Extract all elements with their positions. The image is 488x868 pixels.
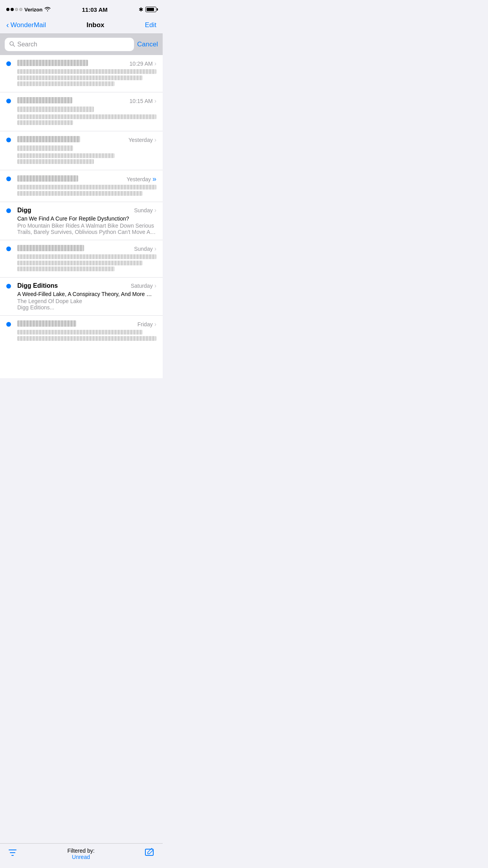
mail-header-6: Sunday › — [17, 245, 156, 253]
chevron-icon-3: › — [154, 136, 156, 143]
unread-dot-area-6 — [0, 245, 17, 272]
mail-content-4: Yesterday » — [17, 175, 156, 197]
mail-preview-redacted-1a — [17, 75, 143, 80]
mail-list: 10:29 AM › 10:15 AM › — [0, 55, 163, 378]
double-chevron-icon-4: » — [152, 175, 156, 183]
unread-dot-2 — [6, 99, 11, 103]
mail-sender-redacted-2 — [17, 97, 72, 103]
mail-subject-redacted-3 — [17, 145, 73, 151]
unread-dot-area-3 — [0, 136, 17, 165]
mail-preview-5: Pro Mountain Biker Rides A Walmart Bike … — [17, 223, 156, 235]
mail-date-1: 10:29 AM › — [130, 60, 156, 67]
mail-item-1[interactable]: 10:29 AM › — [0, 55, 163, 92]
mail-header-8: Friday › — [17, 320, 156, 328]
edit-button[interactable]: Edit — [145, 21, 156, 29]
mail-header-4: Yesterday » — [17, 175, 156, 183]
mail-preview-redacted-2a — [17, 114, 156, 119]
back-label: WonderMail — [11, 21, 46, 29]
mail-preview-redacted-8a — [17, 330, 143, 335]
unread-dot-6 — [6, 246, 11, 251]
mail-sender-5: Digg — [17, 207, 31, 214]
unread-dot-8 — [6, 322, 11, 327]
mail-preview-redacted-6c — [17, 267, 115, 271]
mail-item-7[interactable]: Digg Editions Saturday › A Weed-Filled L… — [0, 278, 163, 316]
signal-dot-1 — [6, 8, 9, 11]
unread-dot-area-7 — [0, 282, 17, 311]
mail-item-5[interactable]: Digg Sunday › Can We Find A Cure For Rep… — [0, 202, 163, 240]
mail-preview-redacted-3a — [17, 153, 115, 158]
mail-preview-redacted-1b — [17, 81, 115, 86]
search-field[interactable]: Search — [5, 38, 134, 51]
mail-item-3[interactable]: Yesterday › — [0, 131, 163, 170]
battery-fill — [147, 8, 154, 11]
bluetooth-icon: ✱ — [139, 6, 143, 13]
mail-content-5: Digg Sunday › Can We Find A Cure For Rep… — [17, 207, 156, 235]
mail-content-1: 10:29 AM › — [17, 60, 156, 87]
signal-dots — [6, 8, 22, 11]
search-icon — [9, 41, 15, 48]
unread-dot-7 — [6, 284, 11, 289]
signal-dot-2 — [11, 8, 14, 11]
mail-preview-redacted-6a — [17, 254, 156, 259]
chevron-icon-5: › — [154, 207, 156, 214]
mail-sender-redacted-4 — [17, 175, 78, 182]
status-time: 11:03 AM — [82, 6, 107, 13]
nav-bar: ‹ WonderMail Inbox Edit — [0, 17, 163, 34]
mail-item-8[interactable]: Friday › — [0, 316, 163, 347]
back-button[interactable]: ‹ WonderMail — [6, 20, 46, 29]
status-left: Verizon — [6, 7, 51, 13]
svg-line-1 — [13, 45, 15, 46]
unread-dot-area-1 — [0, 60, 17, 87]
mail-sender-redacted-6 — [17, 245, 84, 251]
mail-header-7: Digg Editions Saturday › — [17, 282, 156, 289]
mail-date-4: Yesterday » — [127, 175, 156, 183]
unread-dot-area-5 — [0, 207, 17, 235]
mail-preview-redacted-4a — [17, 185, 156, 189]
mail-content-2: 10:15 AM › — [17, 97, 156, 126]
mail-preview-redacted-3b — [17, 159, 94, 164]
mail-content-8: Friday › — [17, 320, 156, 342]
mail-header-2: 10:15 AM › — [17, 97, 156, 105]
mail-date-7: Saturday › — [131, 282, 156, 289]
chevron-icon-6: › — [154, 245, 156, 252]
mail-subject-5: Can We Find A Cure For Reptile Dysfuncti… — [17, 215, 156, 222]
status-right: ✱ — [139, 6, 156, 13]
mail-date-2: 10:15 AM › — [130, 97, 156, 105]
mail-subject-7: A Weed-Filled Lake, A Conspiracy Theory,… — [17, 291, 156, 297]
mail-header-5: Digg Sunday › — [17, 207, 156, 214]
mail-subject-redacted-1 — [17, 69, 156, 74]
mail-header-3: Yesterday › — [17, 136, 156, 144]
mail-sender-redacted-1 — [17, 60, 88, 66]
carrier-label: Verizon — [24, 7, 42, 13]
mail-item-4[interactable]: Yesterday » — [0, 170, 163, 202]
unread-dot-1 — [6, 61, 11, 66]
mail-preview-7: The Legend Of Dope Lake Digg Editions... — [17, 298, 156, 311]
unread-dot-3 — [6, 138, 11, 142]
mail-preview-redacted-2b — [17, 120, 73, 125]
mail-preview-redacted-8b — [17, 336, 156, 341]
search-container: Search Cancel — [0, 34, 163, 55]
mail-date-5: Sunday › — [134, 207, 156, 214]
status-bar: Verizon 11:03 AM ✱ — [0, 0, 163, 17]
unread-dot-area-4 — [0, 175, 17, 197]
signal-dot-4 — [19, 8, 22, 11]
signal-dot-3 — [15, 8, 18, 11]
mail-date-3: Yesterday › — [128, 136, 156, 143]
back-chevron-icon: ‹ — [6, 20, 9, 29]
mail-content-3: Yesterday › — [17, 136, 156, 165]
mail-preview-redacted-6b — [17, 261, 143, 265]
unread-dot-area-8 — [0, 320, 17, 342]
mail-content-7: Digg Editions Saturday › A Weed-Filled L… — [17, 282, 156, 311]
mail-sender-7: Digg Editions — [17, 282, 58, 289]
unread-dot-area-2 — [0, 97, 17, 126]
mail-sender-redacted-3 — [17, 136, 80, 142]
chevron-icon-2: › — [154, 97, 156, 105]
search-placeholder: Search — [17, 41, 37, 48]
mail-item-2[interactable]: 10:15 AM › — [0, 92, 163, 131]
mail-item-6[interactable]: Sunday › — [0, 240, 163, 278]
cancel-button[interactable]: Cancel — [137, 40, 158, 48]
unread-dot-5 — [6, 208, 11, 213]
wifi-icon — [44, 7, 51, 13]
chevron-icon-7: › — [154, 282, 156, 289]
chevron-icon-8: › — [154, 321, 156, 328]
